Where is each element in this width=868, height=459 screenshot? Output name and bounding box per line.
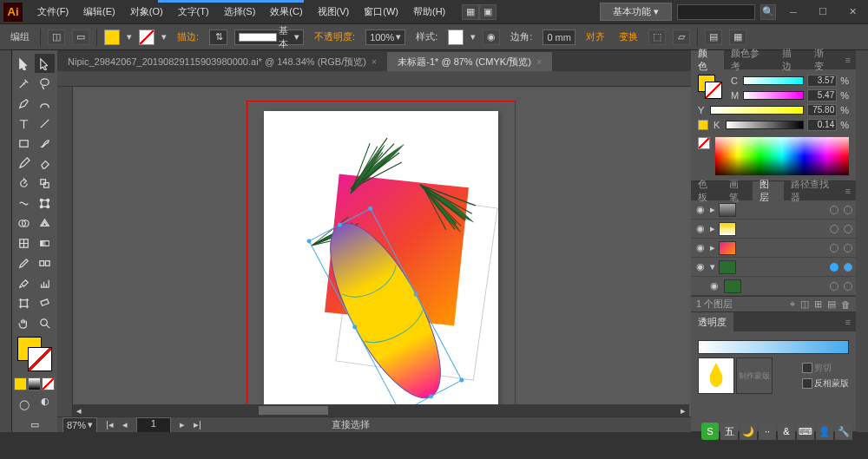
- ime-tool-icon[interactable]: 🔧: [835, 423, 852, 440]
- minimize-button[interactable]: ─: [781, 3, 806, 21]
- new-sublayer-icon[interactable]: ⊞: [814, 298, 822, 310]
- ime-mode-1[interactable]: 五: [720, 423, 738, 440]
- right-col-collapse[interactable]: [856, 50, 868, 432]
- y-slider[interactable]: [710, 106, 804, 115]
- visibility-icon[interactable]: ◉: [694, 204, 707, 215]
- menu-help[interactable]: 帮助(H): [407, 3, 451, 21]
- ime-mode-3[interactable]: ··: [759, 423, 776, 440]
- expand-icon[interactable]: ▾: [710, 261, 715, 272]
- rectangle-tool[interactable]: [14, 134, 34, 153]
- symbol-sprayer-tool[interactable]: [14, 273, 34, 292]
- blend-tool[interactable]: [35, 253, 55, 272]
- menu-effect[interactable]: 效果(C): [264, 3, 308, 21]
- align-link[interactable]: 对齐: [582, 29, 608, 45]
- select-icon[interactable]: [844, 263, 852, 272]
- stroke-dd[interactable]: ▾: [161, 31, 167, 43]
- ime-settings-icon[interactable]: 👤: [816, 423, 833, 440]
- tool-col-collapse[interactable]: [0, 50, 12, 432]
- shape-icon[interactable]: ▱: [673, 30, 690, 45]
- ime-keyboard-icon[interactable]: ⌨: [797, 423, 814, 440]
- slice-tool[interactable]: [35, 293, 55, 312]
- mesh-tool[interactable]: [14, 233, 34, 252]
- make-clip-icon[interactable]: ◫: [800, 298, 809, 310]
- expand-icon[interactable]: ▸: [710, 223, 715, 234]
- screen-mode[interactable]: ▭: [14, 415, 56, 434]
- stroke-profile-dd[interactable]: 基本▾: [234, 30, 304, 45]
- opacity-input[interactable]: 100%▾: [365, 30, 405, 45]
- spot-color-icon[interactable]: [698, 120, 708, 130]
- style-swatch[interactable]: [448, 30, 464, 45]
- canvas[interactable]: [73, 87, 689, 416]
- tab-active-doc[interactable]: 未标题-1* @ 87% (CMYK/预览)×: [387, 52, 552, 71]
- ime-indicator[interactable]: S 五 🌙 ·· & ⌨ 👤 🔧: [701, 423, 852, 440]
- tab-layers[interactable]: 图层: [753, 181, 784, 200]
- fill-swatch[interactable]: [104, 30, 120, 45]
- menu-object[interactable]: 对象(O): [124, 3, 169, 21]
- scrollbar-thumb[interactable]: [259, 406, 328, 415]
- artboard[interactable]: [264, 111, 498, 416]
- menu-window[interactable]: 窗口(W): [358, 3, 404, 21]
- draw-mode-normal[interactable]: ◯: [14, 395, 34, 414]
- k-value[interactable]: 0.14: [807, 119, 837, 131]
- make-mask-btn[interactable]: 制作蒙版: [736, 357, 773, 394]
- rotate-tool[interactable]: [14, 174, 34, 193]
- isolate-icon[interactable]: ⬚: [648, 30, 666, 45]
- color-mode-none[interactable]: [42, 377, 55, 390]
- hand-tool[interactable]: [14, 313, 34, 332]
- layout-toggle-1-icon[interactable]: ▦: [462, 4, 479, 20]
- tab-brushes[interactable]: 画笔: [722, 181, 753, 200]
- select-icon[interactable]: [844, 225, 852, 233]
- c-value[interactable]: 3.57: [807, 75, 837, 87]
- menu-select[interactable]: 选择(S): [218, 3, 262, 21]
- style-dd[interactable]: ▾: [470, 31, 476, 43]
- tab-transparency[interactable]: 透明度: [691, 312, 733, 331]
- layer-row[interactable]: ◉▸: [691, 220, 856, 239]
- select-icon[interactable]: [844, 282, 852, 291]
- search-input[interactable]: [677, 4, 755, 20]
- maximize-button[interactable]: ☐: [811, 3, 835, 21]
- type-tool[interactable]: [14, 114, 34, 133]
- menu-edit[interactable]: 编辑(E): [77, 3, 122, 21]
- artboard-nav-last-icon[interactable]: ▸|: [194, 419, 201, 430]
- shape-builder-tool[interactable]: [14, 213, 34, 233]
- tab-color-guide[interactable]: 颜色参考: [724, 50, 775, 69]
- stroke-weight-input[interactable]: ⇅: [209, 30, 227, 45]
- graph-tool[interactable]: [35, 273, 55, 292]
- color-mode-gradient[interactable]: [28, 377, 41, 390]
- delete-layer-icon[interactable]: 🗑: [841, 299, 851, 310]
- expand-icon[interactable]: ▸: [710, 204, 715, 215]
- direct-selection-tool[interactable]: [35, 54, 55, 73]
- artboard-nav-first-icon[interactable]: |◂: [106, 419, 114, 430]
- stroke-swatch[interactable]: [139, 30, 155, 45]
- trans-thumb[interactable]: [698, 357, 734, 394]
- panel-menu-icon[interactable]: ≡: [840, 317, 856, 327]
- tab-background-doc[interactable]: Nipic_29842067_20190829115903980000.ai* …: [57, 52, 387, 71]
- tab-pathfinder[interactable]: 路径查找器: [784, 181, 840, 200]
- target-icon[interactable]: [830, 225, 838, 233]
- visibility-icon[interactable]: ◉: [694, 242, 707, 253]
- zoom-input[interactable]: 87%▾: [62, 417, 97, 433]
- curvature-tool[interactable]: [35, 94, 55, 113]
- select-icon[interactable]: [844, 206, 852, 214]
- menu-view[interactable]: 视图(V): [312, 3, 356, 21]
- scale-tool[interactable]: [35, 174, 55, 193]
- workspace-selector[interactable]: 基本功能 ▾: [600, 3, 672, 21]
- layer-row[interactable]: ◉▸: [691, 239, 856, 258]
- m-value[interactable]: 5.47: [807, 89, 837, 102]
- prefs-icon[interactable]: ▦: [729, 30, 746, 45]
- ime-mode-2[interactable]: 🌙: [740, 423, 757, 440]
- panel-menu-icon[interactable]: ≡: [840, 55, 856, 65]
- artboard-nav-next-icon[interactable]: ▸: [180, 419, 185, 430]
- tab-swatches[interactable]: 色板: [691, 181, 722, 200]
- zoom-tool[interactable]: [35, 313, 55, 332]
- target-icon[interactable]: [830, 244, 838, 252]
- recolor-icon[interactable]: ◉: [483, 30, 500, 45]
- visibility-icon[interactable]: ◉: [694, 261, 707, 272]
- layer-row[interactable]: ◉: [691, 277, 856, 296]
- draw-mode-behind[interactable]: ◐: [35, 391, 55, 410]
- ime-mode-4[interactable]: &: [778, 423, 795, 440]
- stroke-color-icon[interactable]: [28, 347, 52, 371]
- fill-dd[interactable]: ▾: [127, 31, 132, 43]
- artwork[interactable]: [264, 111, 498, 416]
- c-slider[interactable]: [743, 76, 804, 85]
